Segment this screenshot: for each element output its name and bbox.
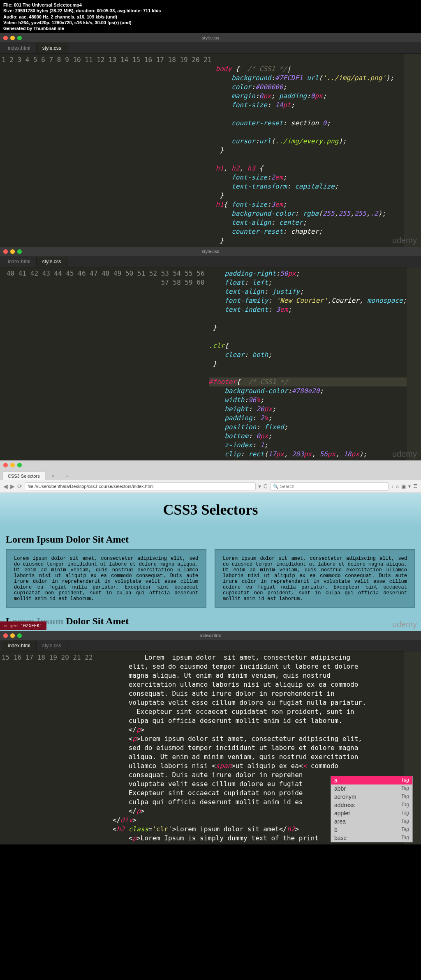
minimap[interactable] bbox=[404, 54, 421, 247]
code-editor[interactable]: 15 16 17 18 19 20 21 22 Lorem ipsum dolo… bbox=[0, 651, 421, 844]
minimize-icon[interactable] bbox=[10, 36, 15, 40]
code-editor[interactable]: 40 41 42 43 44 45 46 47 48 49 50 51 52 5… bbox=[0, 267, 421, 460]
forward-button[interactable]: ▶ bbox=[10, 483, 15, 490]
page-title: CSS3 Selectors bbox=[0, 501, 421, 518]
autocomplete-popup[interactable]: aTag abbrTag acronymTag addressTag apple… bbox=[331, 776, 413, 842]
ac-item-base[interactable]: baseTag bbox=[331, 834, 412, 842]
tab-index-html[interactable]: index.html bbox=[2, 641, 37, 651]
page-heading-2: Lorem Ipsum Dolor Sit Amet bbox=[0, 608, 421, 627]
reload-button[interactable]: ⟳ bbox=[17, 483, 22, 490]
share-icon[interactable]: ▾ bbox=[408, 483, 411, 489]
file-metadata: File: 001 The Universal Selector.mp4 Siz… bbox=[0, 0, 421, 33]
page-header: CSS3 Selectors bbox=[0, 493, 421, 527]
search-bar[interactable]: 🔍 Search bbox=[270, 482, 389, 491]
tab-style-css[interactable]: style.css bbox=[37, 43, 67, 53]
menu-icon[interactable]: ☰ bbox=[413, 483, 418, 489]
reader-icon[interactable]: ▾ bbox=[258, 483, 261, 490]
browser-tab[interactable]: CSS3 Selectors bbox=[2, 472, 45, 480]
browser-tabs: CSS3 Selectors × + bbox=[0, 469, 421, 480]
bookmark-icon[interactable]: ▣ bbox=[401, 483, 406, 489]
tab-index-html[interactable]: index.html bbox=[2, 257, 37, 267]
tab-style-css[interactable]: style.css bbox=[37, 257, 67, 267]
code-area[interactable]: body { /* CSS1 */| background:#7FCDF1 ur… bbox=[216, 54, 404, 247]
ac-item-b[interactable]: bTag bbox=[331, 826, 412, 834]
line-gutter: 40 41 42 43 44 45 46 47 48 49 50 51 52 5… bbox=[0, 267, 209, 460]
tab-style-css[interactable]: style.css bbox=[37, 641, 67, 651]
traffic-lights[interactable] bbox=[3, 36, 22, 40]
new-tab-button[interactable]: + bbox=[61, 472, 73, 480]
browser-toolbar: ◀ ▶ ⟳ file:///Users/benfhala/Desktop/css… bbox=[0, 480, 421, 492]
line-gutter: 1 2 3 4 5 6 7 8 9 10 11 12 13 14 15 16 1… bbox=[0, 54, 216, 247]
column-left: Lorem ipsum dolor sit amet, consectetur … bbox=[6, 549, 206, 608]
columns: Lorem ipsum dolor sit amet, consectetur … bbox=[0, 549, 421, 608]
ac-item-a[interactable]: aTag bbox=[331, 776, 412, 784]
rendered-page: CSS3 Selectors Lorem Ipsum Dolor Sit Ame… bbox=[0, 493, 421, 631]
new-tab-button[interactable]: × bbox=[47, 472, 59, 480]
download-icon[interactable]: ↓ bbox=[391, 483, 393, 489]
ac-item-applet[interactable]: appletTag bbox=[331, 809, 412, 817]
line-gutter: 15 16 17 18 19 20 21 22 bbox=[0, 651, 97, 844]
home-icon[interactable]: ⌂ bbox=[396, 483, 399, 489]
page-heading: Lorem Ipsum Dolor Sit Amet bbox=[0, 527, 421, 549]
window-chrome: index.html bbox=[0, 631, 421, 640]
column-right: Lorem ipsum dolor sit amet, consectetur … bbox=[215, 549, 415, 608]
ac-item-abbr[interactable]: abbrTag bbox=[331, 784, 412, 793]
footer-bar: ⊙ gee '02GEEK' bbox=[0, 621, 46, 630]
editor-tabs: index.html style.css bbox=[0, 256, 421, 267]
code-area[interactable]: padding-right:50px; float: left; text-al… bbox=[209, 267, 407, 460]
browser-window: CSS3 Selectors × + ◀ ▶ ⟳ file:///Users/b… bbox=[0, 469, 421, 493]
ac-item-area[interactable]: areaTag bbox=[331, 817, 412, 826]
watermark: udemy bbox=[392, 449, 417, 459]
window-chrome: style.css bbox=[0, 247, 421, 256]
minimap[interactable] bbox=[407, 267, 421, 460]
tab-index-html[interactable]: index.html bbox=[2, 43, 37, 53]
window-chrome: style.css bbox=[0, 33, 421, 42]
ac-item-address[interactable]: addressTag bbox=[331, 801, 412, 809]
maximize-icon[interactable] bbox=[17, 36, 22, 40]
browser-chrome bbox=[0, 460, 421, 469]
editor-tabs: index.html style.css bbox=[0, 42, 421, 54]
watermark: udemy bbox=[392, 620, 417, 629]
watermark: udemy bbox=[392, 236, 417, 245]
back-button[interactable]: ◀ bbox=[3, 483, 8, 490]
ac-item-acronym[interactable]: acronymTag bbox=[331, 793, 412, 801]
url-bar[interactable]: file:///Users/benfhala/Desktop/css3-cour… bbox=[25, 482, 256, 490]
window-title: style.css bbox=[202, 35, 219, 40]
reload-icon[interactable]: C bbox=[264, 483, 268, 490]
code-editor[interactable]: 1 2 3 4 5 6 7 8 9 10 11 12 13 14 15 16 1… bbox=[0, 54, 421, 247]
close-icon[interactable] bbox=[3, 36, 8, 40]
editor-tabs: index.html style.css bbox=[0, 640, 421, 651]
